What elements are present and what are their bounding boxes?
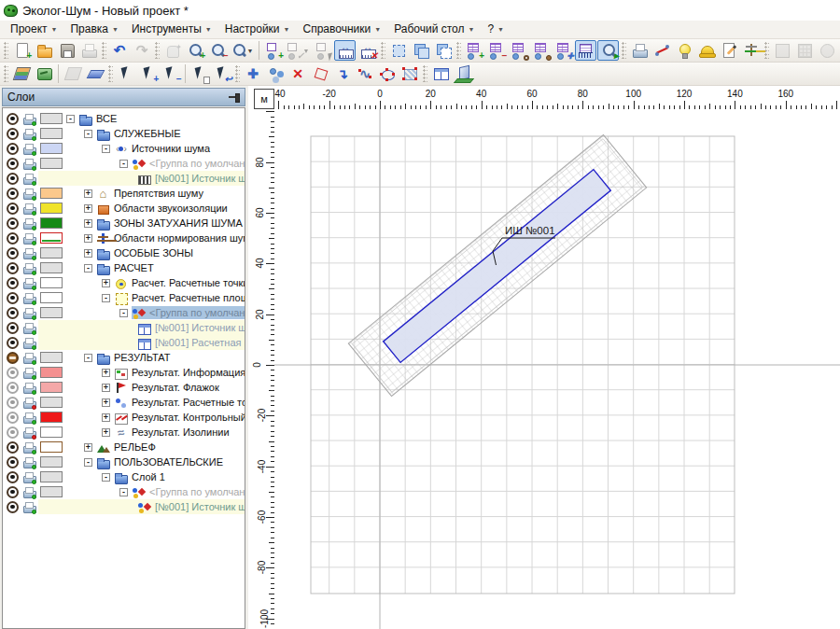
point-add-button[interactable]: + (463, 40, 484, 61)
expand-box[interactable]: + (84, 234, 92, 243)
visibility-eye-icon[interactable] (7, 262, 19, 274)
visibility-eye-icon[interactable] (7, 412, 19, 424)
layer-color-swatch[interactable] (40, 143, 63, 154)
layer-label[interactable]: Слой 1 (130, 470, 168, 483)
zoom-out-button[interactable]: − (207, 40, 229, 61)
collapse-box[interactable]: - (84, 264, 92, 273)
print-layer-icon[interactable] (22, 143, 36, 155)
visibility-eye-icon[interactable] (7, 471, 19, 483)
visibility-eye-icon[interactable] (7, 232, 19, 245)
layer-label[interactable]: ОСОБЫЕ ЗОНЫ (112, 246, 196, 259)
expand-box[interactable]: + (84, 443, 92, 452)
layer-row[interactable]: [№001] Источник шума... (3, 499, 245, 514)
layer-row[interactable]: +ЗОНЫ ЗАТУХАНИЯ ШУМА (3, 216, 245, 231)
visibility-eye-icon[interactable] (7, 203, 19, 215)
print-layer-icon[interactable] (22, 486, 36, 498)
report-button[interactable] (718, 40, 739, 61)
print-layer-icon[interactable] (22, 307, 36, 319)
zoom-select-button[interactable]: ▸ (597, 40, 619, 61)
ext-image-button[interactable] (771, 40, 792, 61)
pin-icon[interactable] (229, 91, 240, 103)
print-layer-icon[interactable] (22, 471, 36, 483)
print-layer-icon[interactable] (22, 426, 36, 439)
layer-row[interactable]: +Результат. Флажок (3, 380, 245, 395)
layer-color-swatch[interactable] (40, 501, 63, 512)
map-scene[interactable]: ИШ №001 (248, 86, 840, 629)
layer-color-swatch[interactable] (40, 113, 63, 124)
print-button[interactable] (78, 40, 100, 61)
layer-label[interactable]: Результат. Флажок (130, 381, 222, 394)
cursor-object-button[interactable] (189, 63, 211, 84)
visibility-eye-icon[interactable] (7, 292, 19, 304)
layer-color-swatch[interactable] (40, 486, 63, 497)
visibility-eye-icon[interactable] (7, 352, 19, 364)
visibility-eye-icon[interactable] (7, 173, 19, 185)
layer-label[interactable]: РАСЧЕТ (112, 261, 157, 274)
menu-?[interactable]: ?▼ (481, 21, 511, 38)
collapse-box[interactable]: - (84, 458, 92, 467)
layer-row[interactable]: +Области нормирования шума (3, 231, 245, 245)
toolbar-handle[interactable] (381, 42, 385, 59)
terrain-button[interactable] (34, 63, 55, 84)
layer-label[interactable]: ПОЛЬЗОВАТЕЛЬСКИЕ (112, 455, 226, 468)
layer-color-swatch[interactable] (40, 128, 63, 139)
print-layer-icon[interactable] (22, 382, 36, 394)
layer-add-button[interactable] (63, 63, 84, 84)
print-layer-icon[interactable] (22, 188, 36, 200)
layer-label[interactable]: Результат. Информация (130, 366, 245, 379)
visibility-eye-icon[interactable] (7, 486, 19, 498)
zoom-mode-button[interactable]: ▼ (230, 40, 256, 61)
visibility-eye-icon[interactable] (7, 397, 19, 409)
layer-label[interactable]: [№001] Источник шума... (153, 172, 245, 185)
print-layer-icon[interactable] (22, 247, 36, 259)
expand-box[interactable]: + (102, 369, 110, 377)
print-layer-icon[interactable] (22, 412, 36, 424)
layer-row[interactable]: -<Группа по умолчанию> (3, 156, 245, 171)
normative-button[interactable] (740, 40, 762, 61)
menu-Справочники[interactable]: Справочники▼ (297, 21, 388, 38)
layer-row[interactable]: +Расчет. Расчетные точки (3, 275, 245, 290)
visibility-eye-icon[interactable] (7, 113, 19, 125)
measure-clear-button[interactable]: ✕ (357, 40, 378, 61)
cursor-button[interactable] (116, 63, 137, 84)
layer-label[interactable]: Области звукоизоляции (112, 202, 231, 215)
visibility-eye-icon[interactable] (7, 247, 19, 259)
collapse-box[interactable]: - (66, 115, 75, 123)
layer-label[interactable]: Области нормирования шума (112, 231, 245, 245)
layer-row[interactable]: +ОСОБЫЕ ЗОНЫ (3, 245, 245, 260)
layer-row[interactable]: -Расчет. Расчетные площ... (3, 290, 245, 305)
construction-button[interactable] (695, 40, 717, 61)
select-copy-button[interactable] (410, 40, 431, 61)
print-layer-icon[interactable] (22, 352, 36, 364)
visibility-eye-icon[interactable] (7, 277, 19, 289)
layer-label[interactable]: Препятствия шуму (112, 187, 206, 200)
print-layer-icon[interactable] (22, 262, 36, 274)
expand-box[interactable]: + (84, 249, 92, 258)
toolbar-handle[interactable] (108, 65, 113, 82)
layer-color-swatch[interactable] (40, 322, 63, 333)
visibility-eye-icon[interactable] (7, 128, 19, 140)
toolbar-handle[interactable] (764, 42, 769, 59)
print-layer-icon[interactable] (22, 441, 36, 454)
layer-row[interactable]: [№001] Источник шума... (3, 171, 245, 186)
visibility-eye-icon[interactable] (7, 382, 19, 394)
visibility-eye-icon[interactable] (7, 307, 19, 319)
undo-button[interactable] (109, 40, 131, 61)
print-layer-icon[interactable] (22, 397, 36, 409)
layer-row[interactable]: -ПОЛЬЗОВАТЕЛЬСКИЕ (3, 454, 245, 469)
point-move-button[interactable]: ✚ (553, 40, 574, 61)
visibility-eye-icon[interactable] (7, 501, 19, 513)
layer-color-swatch[interactable] (40, 188, 63, 199)
menu-Проект[interactable]: Проект▼ (4, 21, 63, 38)
menu-Правка[interactable]: Правка▼ (63, 21, 124, 38)
visibility-eye-icon[interactable] (7, 322, 19, 334)
print-layer-icon[interactable] (22, 217, 36, 230)
point-remove-button[interactable]: − (485, 40, 507, 61)
edit-nodes-button[interactable] (265, 63, 287, 84)
layer-row[interactable]: +Препятствия шуму (3, 186, 245, 201)
print-layer-icon[interactable] (22, 158, 36, 170)
layer-color-swatch[interactable] (40, 292, 63, 303)
visibility-eye-icon[interactable] (7, 426, 19, 439)
layer-color-swatch[interactable] (40, 262, 63, 273)
layer-row[interactable]: +Результат. Контрольный... (3, 410, 245, 425)
